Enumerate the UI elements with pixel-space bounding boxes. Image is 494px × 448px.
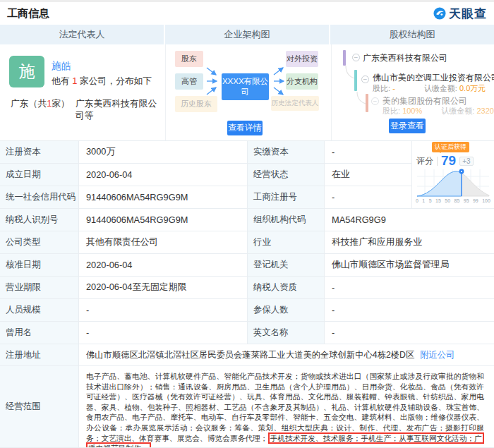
collapse-icon[interactable]: − bbox=[371, 97, 379, 105]
cell-label: 注册地址 bbox=[0, 344, 79, 365]
score-distribution-chart bbox=[416, 168, 490, 198]
node-history-shareholder: 历史股东 bbox=[175, 96, 217, 112]
panels-row: 施 施皓 他有 1 家公司，分布如下 广东（共1家） 广东美西科技有限公司等 股… bbox=[0, 44, 494, 140]
header-org-chart: 企业架构图 bbox=[165, 25, 329, 44]
cell-value: 91440606MA54RG9G9M bbox=[79, 186, 248, 208]
cell-label: 曾用名 bbox=[0, 322, 79, 344]
cell-value: - bbox=[325, 186, 411, 208]
address-row: 注册地址 佛山市顺德区北滘镇北滘社区居民委员会蓬莱路工业大道美的全球创新中心4栋… bbox=[0, 344, 494, 366]
legal-rep-name-link[interactable]: 施皓 bbox=[52, 60, 71, 73]
table-row: 统一社会信用代码 91440606MA54RG9G9M 工商注册号 - bbox=[0, 186, 411, 209]
cell-value: - bbox=[325, 277, 494, 298]
cell-value: - bbox=[325, 322, 494, 344]
x-tick-label: 1 bbox=[422, 198, 425, 203]
cell-value: - bbox=[79, 322, 248, 344]
tianyancha-logo[interactable]: 天眼查 bbox=[433, 6, 487, 22]
table-row: 纳税人识别号 91440606MA54RG9G9M 组织机构代码 MA54RG9… bbox=[0, 209, 494, 231]
address-value: 佛山市顺德区北滘镇北滘社区居民委员会蓬莱路工业大道美的全球创新中心4栋2楼D区 … bbox=[79, 344, 494, 365]
score-label: 评分 bbox=[416, 155, 433, 167]
cell-label: 实缴资本 bbox=[248, 141, 325, 163]
cell-label: 纳税人识别号 bbox=[0, 209, 79, 231]
table-row: 人员规模 - 参保人数 - bbox=[0, 299, 494, 322]
table-row: 成立日期 2020-06-04 经营状态 在业 bbox=[0, 164, 411, 186]
cell-value: - bbox=[325, 141, 411, 163]
table-row: 公司类型 其他有限责任公司 行业 科技推广和应用服务业 bbox=[0, 231, 494, 254]
region-companies: 广东美西科技有限公司等 bbox=[76, 98, 165, 122]
cell-value: 其他有限责任公司 bbox=[79, 231, 248, 253]
table-row: 核准日期 2020-06-04 登记机关 佛山市顺德区市场监督管理局 bbox=[0, 254, 494, 277]
table-row: 营业期限 2020-06-04至无固定期限 纳税人资质 - bbox=[0, 277, 494, 299]
cell-label: 经营范围 bbox=[0, 366, 79, 447]
table-row: 曾用名 - 英文名称 - bbox=[0, 322, 494, 344]
cell-value: MA54RG9G9 bbox=[325, 209, 494, 231]
node-investment: 对外投资 bbox=[286, 51, 318, 67]
address-text: 佛山市顺德区北滘镇北滘社区居民委员会蓬莱路工业大道美的全球创新中心4栋2楼D区 bbox=[86, 349, 414, 361]
cell-label: 人员规模 bbox=[0, 299, 79, 321]
cell-label: 成立日期 bbox=[0, 164, 79, 186]
cell-label: 工商注册号 bbox=[248, 186, 325, 208]
score-value: 79 bbox=[441, 153, 456, 169]
collapse-icon[interactable]: − bbox=[352, 54, 360, 61]
certify-badge: 认证后获得 bbox=[432, 142, 469, 152]
cell-label: 公司类型 bbox=[0, 231, 79, 253]
cell-value: 2020-06-04至无固定期限 bbox=[79, 277, 248, 298]
table-top-left: 注册资本 3000万 实缴资本 - 成立日期 2020-06-04 经营状态 在… bbox=[0, 141, 411, 209]
cell-label: 经营状态 bbox=[248, 164, 325, 186]
brand-name: 天眼查 bbox=[449, 6, 487, 22]
node-executive: 高管 bbox=[175, 73, 203, 90]
equity-node-1-name: 广东美西科技有限公司 bbox=[363, 52, 447, 64]
cell-label: 英文名称 bbox=[248, 322, 325, 344]
score-line: 评分 79 +3 bbox=[416, 153, 474, 169]
avatar: 施 bbox=[9, 56, 44, 87]
score-delta: +3 bbox=[459, 157, 473, 166]
node-shareholder: 股东 bbox=[175, 51, 203, 67]
x-tick-label: 85 bbox=[454, 198, 460, 203]
cell-value: - bbox=[325, 299, 494, 321]
cell-label: 组织机构代码 bbox=[248, 209, 325, 231]
x-tick-label: 95 bbox=[464, 198, 469, 203]
tianyancha-eye-icon bbox=[433, 7, 446, 20]
cell-value: 3000万 bbox=[79, 141, 248, 163]
score-widget: 认证后获得 评分 79 +3 bbox=[411, 141, 494, 209]
score-x-ticks: 0151550859599100 bbox=[416, 198, 490, 203]
node-branch: 分支机构 bbox=[286, 73, 318, 90]
header-legal-rep: 法定代表人 bbox=[0, 25, 164, 44]
view-detail-button[interactable]: 查看详情 bbox=[227, 121, 263, 135]
region-label: 广东（共1家） bbox=[11, 98, 70, 110]
cell-label: 纳税人资质 bbox=[248, 277, 325, 298]
cell-label: 登记机关 bbox=[248, 254, 325, 276]
cell-value: 2020-06-04 bbox=[79, 254, 248, 276]
equity-node-2-detail: 股比: - 认缴金额: 0.0万元 bbox=[373, 83, 486, 94]
legal-rep-summary: 他有 1 家公司，分布如下 bbox=[52, 75, 152, 87]
equity-node-2-name: 佛山市美的空调工业投资有限公司 bbox=[373, 72, 494, 84]
table-top-group: 注册资本 3000万 实缴资本 - 成立日期 2020-06-04 经营状态 在… bbox=[0, 141, 494, 209]
header-equity-chart: 股权结构图 bbox=[330, 25, 494, 44]
cell-label: 注册资本 bbox=[0, 141, 79, 163]
cell-label: 营业期限 bbox=[0, 277, 79, 298]
cell-value: - bbox=[79, 299, 248, 321]
login-view-button[interactable]: 登录查看 bbox=[389, 119, 426, 133]
cell-label: 统一社会信用代码 bbox=[0, 186, 79, 208]
org-chart-panel: 股东 高管 历史股东 XXXX有限公司 对外投资 分支机构 历史法定代表人 查看… bbox=[166, 44, 332, 140]
x-tick-label: 5 bbox=[429, 198, 432, 203]
cell-value: 佛山市顺德区市场监督管理局 bbox=[325, 254, 494, 276]
cell-value: 在业 bbox=[325, 164, 411, 186]
x-tick-label: 0 bbox=[416, 198, 418, 203]
equity-bar-1 bbox=[343, 50, 346, 66]
equity-bar-3 bbox=[366, 94, 368, 112]
cell-label: 行业 bbox=[248, 231, 325, 253]
section-header-row: 法定代表人 企业架构图 股权结构图 bbox=[0, 25, 494, 44]
score-marker-pin-icon bbox=[459, 169, 464, 174]
equity-panel: − 广东美西科技有限公司 − 佛山市美的空调工业投资有限公司 股比: - 认缴金… bbox=[332, 44, 494, 140]
collapse-icon[interactable]: − bbox=[361, 75, 369, 83]
x-tick-label: 99 bbox=[473, 198, 478, 203]
cell-value: 91440606MA54RG9G9M bbox=[79, 209, 248, 231]
cell-label: 核准日期 bbox=[0, 254, 79, 276]
business-info-table: 注册资本 3000万 实缴资本 - 成立日期 2020-06-04 经营状态 在… bbox=[0, 140, 494, 448]
page-title: 工商信息 bbox=[7, 7, 49, 20]
x-tick-label: 50 bbox=[445, 198, 450, 203]
title-bar: 工商信息 天眼查 bbox=[0, 2, 494, 25]
x-tick-label: 15 bbox=[435, 198, 441, 203]
legal-rep-panel: 施 施皓 他有 1 家公司，分布如下 广东（共1家） 广东美西科技有限公司等 bbox=[0, 44, 166, 140]
nearby-companies-link[interactable]: 附近公司 bbox=[420, 349, 454, 361]
